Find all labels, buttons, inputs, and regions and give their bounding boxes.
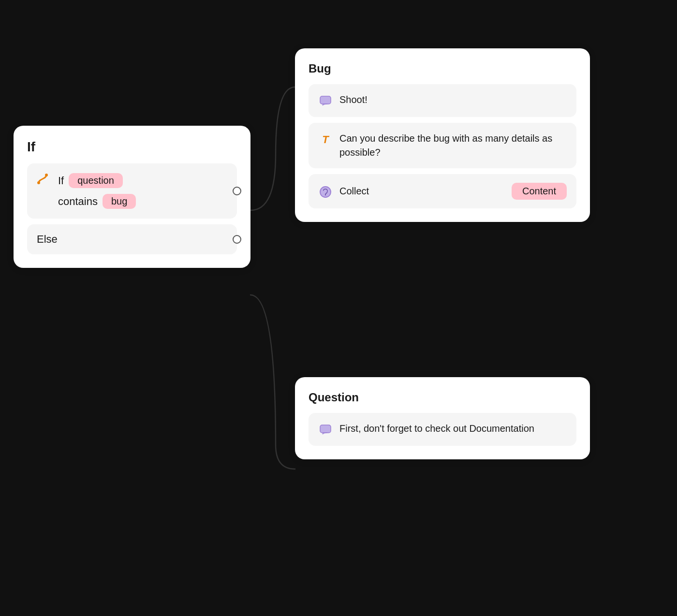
question-step-1-text: First, don't forget to check out Documen… xyxy=(339,422,534,436)
condition-line-if: If question xyxy=(58,173,227,188)
condition-line-contains: contains bug xyxy=(58,194,227,209)
question-step-1: First, don't forget to check out Documen… xyxy=(309,413,576,446)
condition-question-tag[interactable]: question xyxy=(69,173,123,188)
svg-point-1 xyxy=(45,174,48,176)
collect-line: Collect Content xyxy=(318,183,567,200)
message-icon-1 xyxy=(318,94,333,108)
bug-node: Bug Shoot! T Can you describe the bug wi… xyxy=(295,48,590,222)
if-node-title: If xyxy=(27,139,237,155)
collect-label: Collect xyxy=(339,184,369,198)
bug-step-2: T Can you describe the bug with as many … xyxy=(309,123,576,168)
else-label: Else xyxy=(37,233,58,246)
svg-point-3 xyxy=(320,187,331,197)
svg-rect-5 xyxy=(320,425,331,433)
else-box: Else xyxy=(27,224,237,254)
condition-if-keyword: If xyxy=(58,175,64,187)
question-node-title: Question xyxy=(309,391,576,404)
if-node: If If question contains bug xyxy=(14,126,250,268)
svg-point-4 xyxy=(325,194,326,195)
message-icon-2 xyxy=(318,423,333,437)
collect-icon xyxy=(318,185,333,199)
route-icon xyxy=(36,172,49,189)
content-tag[interactable]: Content xyxy=(512,183,567,200)
text-t-icon: T xyxy=(318,132,333,147)
else-branch-connector xyxy=(233,235,241,244)
bug-step-3: Collect Content xyxy=(309,174,576,208)
condition-bug-tag[interactable]: bug xyxy=(103,194,136,209)
bug-step-1-text: Shoot! xyxy=(339,93,368,107)
bug-node-title: Bug xyxy=(309,62,576,75)
collect-left: Collect xyxy=(318,184,369,199)
svg-point-0 xyxy=(37,181,40,184)
condition-contains-keyword: contains xyxy=(58,195,98,208)
if-branch-connector xyxy=(233,187,241,195)
svg-rect-2 xyxy=(320,96,331,104)
bug-step-1: Shoot! xyxy=(309,84,576,117)
question-node: Question First, don't forget to check ou… xyxy=(295,377,590,459)
bug-step-2-text: Can you describe the bug with as many de… xyxy=(339,132,567,160)
if-condition-box: If question contains bug xyxy=(27,163,237,219)
